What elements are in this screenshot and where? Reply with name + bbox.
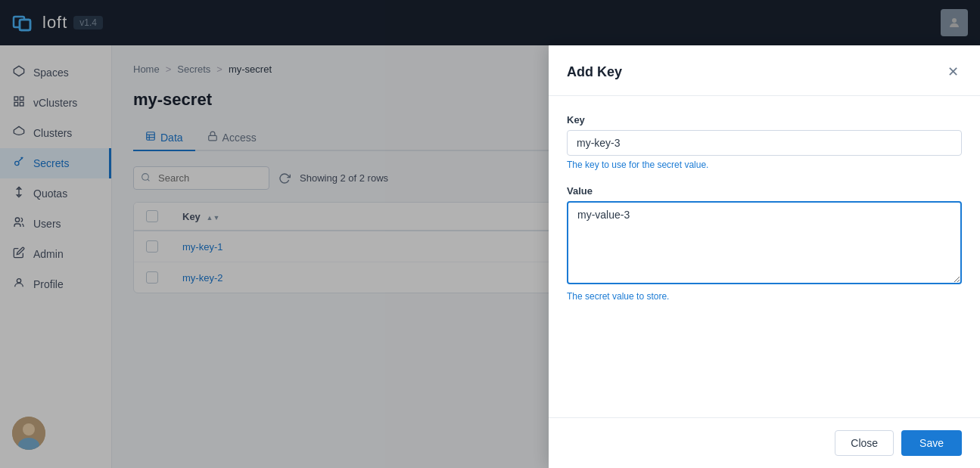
key-label: Key xyxy=(567,114,962,126)
add-key-dialog: Add Key ✕ Key The key to use for the sec… xyxy=(549,45,980,468)
value-textarea[interactable]: my-value-3 xyxy=(567,201,962,284)
value-label: Value xyxy=(567,185,962,197)
key-form-group: Key The key to use for the secret value. xyxy=(567,114,962,170)
dialog-footer: Close Save xyxy=(549,417,980,468)
dialog-close-button[interactable]: ✕ xyxy=(944,60,962,83)
dialog-body: Key The key to use for the secret value.… xyxy=(549,96,980,417)
dialog-header: Add Key ✕ xyxy=(549,45,980,96)
key-input[interactable] xyxy=(567,130,962,156)
value-hint: The secret value to store. xyxy=(567,291,962,302)
key-hint: The key to use for the secret value. xyxy=(567,160,962,170)
value-form-group: Value my-value-3 The secret value to sto… xyxy=(567,185,962,302)
save-button[interactable]: Save xyxy=(901,430,962,456)
close-button[interactable]: Close xyxy=(835,430,894,456)
dialog-title: Add Key xyxy=(567,64,622,80)
